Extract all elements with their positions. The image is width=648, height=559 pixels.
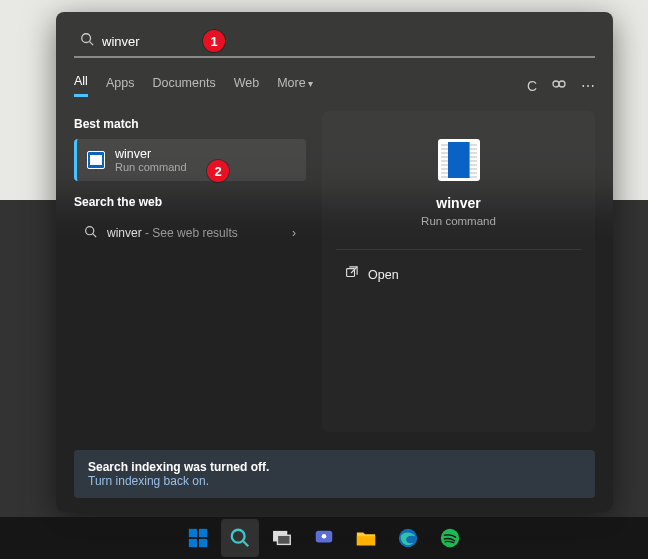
best-match-label: Best match [74, 117, 306, 131]
svg-line-1 [90, 42, 94, 46]
search-web-label: Search the web [74, 195, 306, 209]
spotify-button[interactable] [431, 519, 469, 557]
open-icon [344, 266, 358, 283]
result-title: winver [115, 147, 187, 161]
search-input[interactable] [102, 34, 589, 49]
start-search-panel: All Apps Documents Web More C ⋯ Best mat… [56, 12, 613, 512]
svg-point-3 [559, 81, 565, 87]
indexing-notice: Search indexing was turned off. Turn ind… [74, 450, 595, 498]
more-icon[interactable]: ⋯ [581, 78, 595, 94]
chevron-right-icon: › [292, 226, 296, 240]
svg-line-5 [93, 234, 96, 237]
tab-web[interactable]: Web [234, 76, 259, 96]
taskbar [0, 517, 648, 559]
tab-documents[interactable]: Documents [152, 76, 215, 96]
divider [336, 249, 581, 250]
search-button[interactable] [221, 519, 259, 557]
svg-point-16 [322, 534, 327, 539]
svg-rect-7 [189, 529, 197, 537]
svg-rect-14 [277, 535, 290, 544]
file-explorer-button[interactable] [347, 519, 385, 557]
svg-rect-10 [199, 539, 207, 547]
tab-more[interactable]: More [277, 76, 313, 96]
svg-line-12 [243, 541, 249, 547]
web-result[interactable]: winver - See web results › [74, 217, 306, 249]
web-hint: - See web results [142, 226, 238, 240]
results-column: Best match winver Run command Search the… [74, 111, 306, 432]
svg-point-19 [441, 529, 459, 547]
link-icon[interactable] [551, 76, 567, 95]
search-tabs: All Apps Documents Web More C ⋯ [74, 74, 595, 97]
chat-button[interactable] [305, 519, 343, 557]
svg-point-0 [82, 34, 91, 43]
best-match-result[interactable]: winver Run command [74, 139, 306, 181]
task-view-button[interactable] [263, 519, 301, 557]
tab-apps[interactable]: Apps [106, 76, 135, 96]
svg-point-11 [232, 530, 245, 543]
app-icon [438, 139, 480, 181]
search-icon [80, 32, 94, 50]
refresh-icon[interactable]: C [527, 78, 537, 94]
detail-subtitle: Run command [421, 215, 496, 227]
tab-all[interactable]: All [74, 74, 88, 97]
svg-rect-8 [199, 529, 207, 537]
detail-panel: winver Run command Open [322, 111, 595, 432]
search-box[interactable] [74, 26, 595, 58]
search-icon [84, 225, 97, 241]
detail-title: winver [436, 195, 480, 211]
notice-action-link[interactable]: Turn indexing back on. [88, 474, 581, 488]
result-subtitle: Run command [115, 161, 187, 173]
svg-rect-6 [347, 269, 355, 277]
svg-rect-17 [357, 536, 375, 545]
run-command-icon [87, 151, 105, 169]
open-label: Open [368, 268, 399, 282]
annotation-2: 2 [207, 160, 229, 182]
svg-point-4 [86, 227, 94, 235]
start-button[interactable] [179, 519, 217, 557]
notice-title: Search indexing was turned off. [88, 460, 581, 474]
svg-rect-9 [189, 539, 197, 547]
edge-button[interactable] [389, 519, 427, 557]
open-action[interactable]: Open [336, 256, 581, 293]
annotation-1: 1 [203, 30, 225, 52]
svg-point-2 [553, 81, 559, 87]
web-term: winver [107, 226, 142, 240]
